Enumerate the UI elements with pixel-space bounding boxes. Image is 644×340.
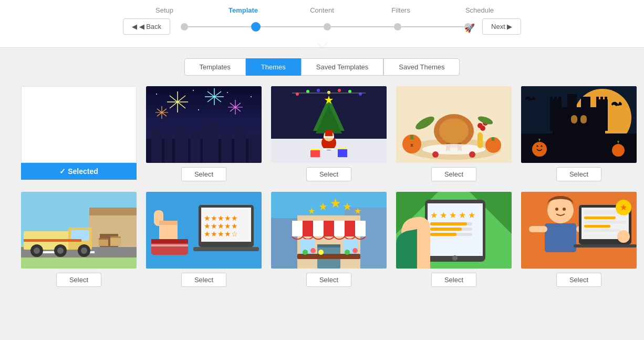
svg-rect-106	[605, 97, 607, 101]
back-button[interactable]: ◀ ◀ Back	[123, 18, 171, 35]
theme-card-store: ★ ★ ★ ★ ★ Select	[271, 192, 387, 287]
select-btn-fireworks[interactable]: Select	[181, 167, 226, 181]
svg-rect-108	[580, 115, 587, 123]
svg-point-166	[303, 250, 308, 255]
step-label-schedule: Schedule	[440, 6, 519, 14]
svg-rect-203	[584, 217, 616, 219]
theme-card-thumbs: ★★★★★ ★★★★★ ★★★★☆ Select	[146, 192, 262, 287]
svg-point-130	[57, 248, 64, 254]
svg-rect-122	[89, 208, 137, 215]
step-dot-template	[251, 22, 261, 32]
svg-rect-137	[24, 239, 81, 242]
select-btn-halloween[interactable]: Select	[556, 167, 601, 181]
svg-line-30	[230, 107, 235, 111]
svg-point-41	[156, 94, 157, 95]
select-btn-thumbs[interactable]: Select	[181, 273, 226, 287]
fireworks-image	[146, 86, 262, 163]
shipping-image	[21, 192, 137, 269]
theme-card-halloween: Select	[521, 86, 637, 181]
tab-templates[interactable]: Templates	[184, 58, 246, 76]
svg-rect-5	[203, 123, 219, 163]
step-dot-setup	[181, 23, 188, 30]
select-btn-christmas[interactable]: Select	[306, 167, 351, 181]
select-btn-store[interactable]: Select	[306, 273, 351, 287]
svg-rect-207	[574, 244, 637, 248]
step-line-3	[331, 26, 394, 27]
svg-point-45	[198, 109, 199, 110]
theme-row-2: Select	[21, 192, 623, 287]
svg-line-28	[235, 107, 241, 111]
step-dot-filters	[394, 23, 401, 30]
svg-point-62	[338, 89, 341, 92]
theme-card-person: ★ Select	[521, 192, 637, 287]
theme-card-blank: ✓ Selected	[21, 86, 137, 181]
svg-rect-159	[355, 221, 366, 236]
back-arrow-icon: ◀	[132, 23, 137, 30]
next-button[interactable]: Next ▶	[482, 18, 521, 35]
svg-text:★: ★	[342, 201, 352, 212]
theme-card-shipping: Select	[21, 192, 137, 287]
main-content: ✓ Selected	[0, 81, 644, 308]
svg-rect-8	[248, 135, 262, 163]
thumbs-image: ★★★★★ ★★★★★ ★★★★☆	[146, 192, 262, 269]
step-line-4	[401, 26, 464, 27]
svg-line-24	[207, 91, 214, 97]
selected-bar: ✓ Selected	[21, 163, 137, 180]
svg-rect-104	[596, 97, 599, 101]
svg-point-91	[432, 151, 439, 158]
theme-img-blank	[21, 86, 137, 163]
svg-point-87	[480, 126, 485, 131]
svg-text:★★★★☆: ★★★★☆	[204, 230, 238, 238]
svg-rect-197	[545, 223, 576, 252]
svg-point-63	[348, 90, 351, 93]
svg-text:★: ★	[354, 207, 361, 215]
svg-line-40	[157, 109, 162, 112]
svg-rect-1	[151, 128, 162, 163]
svg-rect-102	[554, 97, 557, 101]
svg-point-114	[612, 144, 625, 157]
select-btn-shipping[interactable]: Select	[56, 273, 101, 287]
svg-rect-156	[292, 221, 303, 236]
theme-img-shipping	[21, 192, 137, 269]
svg-point-195	[555, 208, 558, 211]
select-btn-thanksgiving[interactable]: Select	[431, 167, 476, 181]
svg-rect-67	[338, 148, 347, 157]
step-line-2	[261, 26, 324, 27]
svg-rect-188	[430, 222, 467, 225]
theme-img-thumbs: ★★★★★ ★★★★★ ★★★★☆	[146, 192, 262, 269]
tab-themes[interactable]: Themes	[246, 58, 301, 76]
theme-row-1: ✓ Selected	[21, 86, 623, 181]
theme-img-tablet: ★ ★ ★ ★ ★	[396, 192, 512, 269]
svg-line-32	[230, 103, 235, 107]
svg-rect-84	[492, 137, 494, 141]
svg-text:★: ★	[620, 203, 627, 212]
svg-text:★: ★	[459, 211, 466, 220]
svg-point-61	[327, 91, 330, 94]
theme-card-fireworks: Select	[146, 86, 262, 181]
svg-line-14	[170, 102, 178, 108]
svg-rect-68	[310, 149, 320, 150]
store-image: ★ ★ ★ ★ ★	[271, 192, 387, 269]
svg-rect-206	[584, 229, 621, 232]
svg-rect-109	[572, 136, 586, 149]
svg-rect-143	[151, 239, 188, 243]
svg-rect-3	[175, 126, 188, 163]
top-bar: Setup Template Content Filters Schedule …	[0, 0, 644, 48]
svg-rect-161	[317, 244, 340, 248]
svg-line-16	[170, 96, 178, 102]
svg-rect-134	[99, 238, 108, 240]
svg-rect-7	[234, 127, 246, 163]
svg-point-167	[310, 248, 316, 253]
theme-img-thanksgiving	[396, 86, 512, 163]
svg-rect-192	[430, 233, 456, 236]
tabs-section: Templates Themes Saved Templates Saved T…	[0, 48, 644, 81]
svg-point-44	[251, 96, 252, 97]
svg-point-110	[532, 142, 547, 157]
select-btn-person[interactable]: Select	[556, 273, 601, 287]
svg-point-43	[227, 92, 228, 93]
tab-saved-themes[interactable]: Saved Themes	[383, 58, 460, 76]
tab-saved-templates[interactable]: Saved Templates	[301, 58, 384, 76]
svg-rect-165	[297, 254, 360, 259]
select-btn-tablet[interactable]: Select	[431, 273, 476, 287]
tablet-image: ★ ★ ★ ★ ★	[396, 192, 512, 269]
